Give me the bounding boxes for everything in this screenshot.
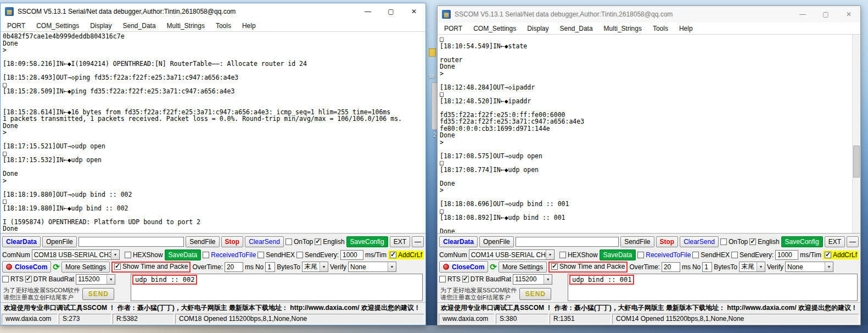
rts-checkbox[interactable]: RTS	[2, 275, 24, 283]
menu-display[interactable]: Display	[90, 22, 111, 30]
file-path-input[interactable]	[516, 237, 619, 247]
ontop-checkbox[interactable]: OnTop	[720, 238, 748, 246]
panel-splitter-button[interactable]: —	[412, 236, 424, 247]
menu-tools[interactable]: Tools	[216, 22, 231, 30]
info-banner: 欢迎使用专业串口调试工具SSCOM ！ 作者：聂小猛(丁丁)，大虾电子网版主 最…	[438, 302, 860, 313]
refresh-ports-icon[interactable]: ⟳	[53, 262, 60, 272]
send-button[interactable]: SEND	[82, 288, 114, 300]
add-crlf-checkbox[interactable]: AddCrLf	[823, 251, 859, 259]
clear-data-button[interactable]: ClearData	[439, 236, 478, 247]
more-settings-button[interactable]: More Settings	[61, 262, 110, 273]
save-data-button[interactable]: SaveData	[600, 249, 636, 260]
stop-button[interactable]: Stop	[221, 236, 244, 247]
title-bar[interactable]: ▦ SSCOM V5.13.1 Serial/Net data debugger…	[1, 3, 425, 20]
send-text-input[interactable]: udp bind :: 002	[131, 274, 423, 301]
send-interval-input[interactable]	[340, 250, 363, 260]
terminal-area[interactable]: 0b482f57cae1e4b999deddb804316c7e Done > …	[1, 32, 425, 234]
english-checkbox[interactable]: English	[315, 238, 344, 246]
open-file-button[interactable]: OpenFile	[42, 236, 77, 247]
dtr-checkbox[interactable]: DTR	[462, 275, 484, 283]
refresh-ports-icon[interactable]: ⟳	[490, 262, 497, 272]
com-port-select[interactable]: COM14 USB-SERIAL CH340K	[469, 249, 555, 260]
menu-display[interactable]: Display	[527, 25, 548, 32]
promo-text: 为了更好地发展SSCOM软件 请您注册嘉立创F结尾客户	[3, 287, 80, 301]
overtime-input[interactable]	[662, 262, 680, 272]
close-button[interactable]: ✕	[402, 3, 425, 20]
close-com-button[interactable]: CloseCom	[2, 261, 51, 273]
send-every-checkbox[interactable]: SendEvery:	[296, 251, 339, 259]
send-hex-checkbox[interactable]: SendHEX	[692, 251, 730, 259]
minimize-button[interactable]: —	[791, 6, 814, 23]
com-port-select[interactable]: COM18 USB-SERIAL CH340K	[32, 249, 120, 260]
rts-checkbox[interactable]: RTS	[439, 275, 461, 283]
menu-com-settings[interactable]: COM_Settings	[36, 22, 79, 30]
baud-rate-select[interactable]: 115200	[76, 274, 115, 285]
send-text-input[interactable]: udp bind :: 001	[568, 274, 858, 301]
verify-select[interactable]: None	[785, 262, 833, 272]
send-interval-input[interactable]	[775, 250, 798, 260]
dtr-checkbox[interactable]: DTR	[25, 275, 47, 283]
file-path-input[interactable]	[79, 237, 184, 247]
received-to-file-checkbox[interactable]: ReceivedToFile	[637, 251, 691, 259]
maximize-button[interactable]: ▢	[379, 3, 402, 20]
english-checkbox[interactable]: English	[749, 238, 779, 246]
close-button[interactable]: ✕	[837, 6, 860, 23]
bytes-to-label: BytesTo	[714, 263, 737, 271]
byte-no-input[interactable]	[265, 262, 275, 272]
byte-no-input[interactable]	[702, 262, 712, 272]
ontop-checkbox[interactable]: OnTop	[285, 238, 313, 246]
menu-multi-strings[interactable]: Multi_Strings	[604, 25, 642, 32]
baud-rate-select[interactable]: 115200	[513, 274, 552, 285]
clear-data-button[interactable]: ClearData	[2, 236, 41, 247]
terminal-log: □ [18:10:54.549]IN←◆state router Done > …	[438, 35, 860, 234]
overtime-input[interactable]	[225, 262, 243, 272]
scrollbar-thumb[interactable]	[853, 146, 860, 177]
menu-port[interactable]: PORT	[444, 25, 462, 32]
ext-button[interactable]: EXT	[825, 236, 845, 247]
clear-send-button[interactable]: ClearSend	[680, 236, 719, 247]
menu-help[interactable]: Help	[679, 25, 693, 32]
more-settings-button[interactable]: More Settings	[499, 262, 547, 273]
menu-com-settings[interactable]: COM_Settings	[473, 25, 516, 32]
hex-show-checkbox[interactable]: HEXShow	[559, 251, 598, 259]
send-every-checkbox[interactable]: SendEvery:	[731, 251, 774, 259]
bytes-to-select[interactable]: 末尾	[739, 262, 765, 272]
add-crlf-checkbox[interactable]: AddCrLf	[388, 251, 424, 259]
close-com-button[interactable]: CloseCom	[439, 261, 488, 273]
app-icon: ▦	[442, 10, 451, 19]
menu-bar: PORT COM_Settings Display Send_Data Mult…	[1, 20, 425, 32]
panel-splitter-button[interactable]: —	[847, 236, 859, 247]
clear-send-button[interactable]: ClearSend	[245, 236, 284, 247]
send-file-button[interactable]: SendFile	[186, 236, 219, 247]
received-to-file-checkbox[interactable]: ReceivedToFile	[203, 251, 256, 259]
ext-button[interactable]: EXT	[390, 236, 410, 247]
save-config-button[interactable]: SaveConfig	[346, 236, 388, 247]
minimize-button[interactable]: —	[356, 3, 379, 20]
menu-multi-strings[interactable]: Multi_Strings	[167, 22, 205, 30]
maximize-button[interactable]: ▢	[814, 6, 837, 23]
vertical-scrollbar[interactable]	[852, 35, 860, 233]
bytes-to-select[interactable]: 末尾	[302, 262, 328, 272]
terminal-area[interactable]: □ [18:10:54.549]IN←◆state router Done > …	[438, 35, 860, 234]
send-file-button[interactable]: SendFile	[620, 236, 654, 247]
show-time-checkbox[interactable]: Show Time and Packe	[551, 263, 625, 270]
menu-port[interactable]: PORT	[7, 22, 25, 30]
save-config-button[interactable]: SaveConfig	[781, 236, 823, 247]
sscom-window-right: ▦ SSCOM V5.13.1 Serial/Net data debugger…	[437, 5, 861, 325]
status-received-count: R:1351	[550, 314, 611, 324]
hex-show-checkbox[interactable]: HEXShow	[125, 251, 163, 259]
menu-send-data[interactable]: Send_Data	[123, 22, 156, 30]
save-data-button[interactable]: SaveData	[165, 249, 201, 260]
show-time-checkbox[interactable]: Show Time and Packe	[114, 263, 188, 270]
send-hex-checkbox[interactable]: SendHEX	[257, 251, 295, 259]
stop-button[interactable]: Stop	[656, 236, 679, 247]
menu-tools[interactable]: Tools	[653, 25, 668, 32]
show-time-highlight: Show Time and Packe	[548, 262, 628, 273]
verify-select[interactable]: None	[348, 262, 396, 272]
menu-help[interactable]: Help	[242, 22, 256, 30]
menu-send-data[interactable]: Send_Data	[560, 25, 593, 32]
title-bar[interactable]: ▦ SSCOM V5.13.1 Serial/Net data debugger…	[438, 6, 860, 23]
chevron-down-icon	[388, 262, 396, 271]
open-file-button[interactable]: OpenFile	[479, 236, 514, 247]
send-button[interactable]: SEND	[519, 288, 551, 300]
